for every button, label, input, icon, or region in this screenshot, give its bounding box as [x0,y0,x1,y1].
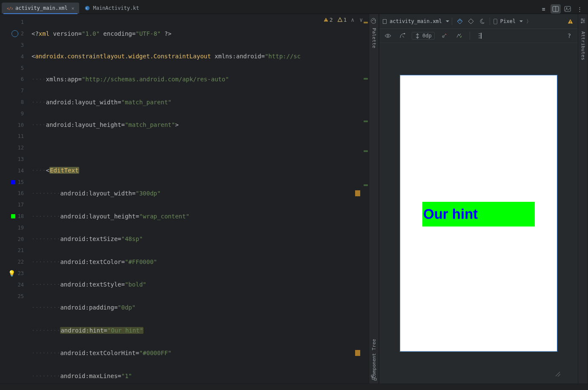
warning-marker-icon [355,190,360,196]
color-swatch-icon[interactable] [11,180,15,184]
line-number: 20 [18,236,24,242]
phone-icon [493,19,498,24]
preview-file-select[interactable]: activity_main.xml [382,18,449,24]
line-number: 22 [18,259,24,265]
ruler-mark[interactable] [364,22,368,23]
svg-point-6 [566,8,568,9]
ruler-mark[interactable] [364,120,368,122]
layout-target-icon[interactable] [11,30,18,37]
edittext-preview[interactable]: Our hint [422,202,535,227]
component-tree-label[interactable]: Component Tree [371,339,377,379]
line-number: 5 [21,65,24,71]
split-view-button[interactable] [551,4,561,14]
preview-toolbar-2: 0dp ? [379,29,578,43]
device-frame[interactable]: Our hint [400,75,557,352]
line-number: 11 [18,133,24,139]
margin-icon [415,33,420,39]
default-margin-button[interactable]: 0dp [412,32,435,40]
lightbulb-icon[interactable]: 💡 [8,270,15,276]
tab-main-activity-kt[interactable]: K MainActivity.kt [79,3,144,14]
svg-rect-14 [383,19,386,23]
guidelines-button[interactable] [476,31,486,40]
attributes-label: Attributes [580,31,586,60]
weak-warning-badge[interactable]: 1 [337,17,347,23]
svg-rect-15 [493,19,497,24]
line-number: 13 [18,156,24,162]
code-view-button[interactable]: ≡ [539,4,549,14]
svg-point-9 [372,20,373,21]
warning-marker-icon [355,350,360,356]
line-number: 16 [18,190,24,196]
svg-point-29 [583,20,585,22]
editor-tabs: </> activity_main.xml ✕ K MainActivity.k… [0,0,588,14]
line-number: 1 [21,19,24,25]
tab-label: MainActivity.kt [93,5,139,11]
svg-rect-13 [374,379,376,380]
chevron-right-icon[interactable]: 〉 [524,17,534,26]
svg-point-27 [582,19,583,20]
selected-tag: EditText [49,167,79,174]
ruler-mark[interactable] [364,150,368,152]
highlighted-attr: android:hint="Our hint" [60,327,143,334]
svg-point-10 [373,19,374,20]
line-number: 4 [21,54,24,60]
svg-rect-5 [565,6,571,11]
line-number: 17 [18,202,24,208]
view-options-button[interactable] [383,31,393,40]
clear-constraints-button[interactable] [439,31,449,40]
orientation-button[interactable] [466,17,476,26]
color-swatch-icon[interactable] [11,214,15,218]
svg-rect-7 [326,19,326,20]
design-view-button[interactable] [562,4,573,14]
color-swatch-icon[interactable] [11,134,15,138]
device-select[interactable]: Pixel [493,18,523,24]
line-gutter: 1 2 3 4 5 6 7 8 9 10 11 12 13 14 15 16 1… [0,14,30,384]
line-number: 18 [18,213,24,219]
weak-warning-icon [337,17,343,23]
attributes-tool-strip[interactable]: Attributes [578,14,588,384]
kotlin-file-icon: K [84,5,90,11]
horizontal-scrollbar[interactable] [0,384,588,390]
svg-rect-17 [570,23,570,23]
sliders-icon [579,17,586,24]
close-icon[interactable]: ✕ [70,6,75,11]
more-icon[interactable]: ⋮ [574,4,585,14]
night-mode-button[interactable] [477,17,487,26]
inspection-summary[interactable]: 2 1 ∧ ∨ [323,17,364,23]
line-number: 19 [18,225,24,231]
line-number: 25 [18,293,24,299]
layout-preview: activity_main.xml Pixel 〉 [379,14,578,384]
ruler-mark[interactable] [364,184,368,186]
code-editor[interactable]: 1 2 3 4 5 6 7 8 9 10 11 12 13 14 15 16 1… [0,14,369,384]
line-number: 7 [21,88,24,94]
ruler-mark[interactable] [364,78,368,80]
resize-handle-icon[interactable] [552,367,561,376]
overview-ruler[interactable] [363,14,369,384]
editor-view-switch: ≡ ⋮ [539,4,588,14]
infer-constraints-button[interactable] [453,31,464,40]
code-area[interactable]: <?xml version="1.0" encoding="UTF-8" ?> … [30,14,363,384]
autoconnect-button[interactable] [397,31,407,40]
svg-rect-22 [481,33,482,39]
palette-tool-strip[interactable]: Palette Component Tree [369,14,379,384]
svg-text:</>: </> [7,6,13,11]
warning-badge[interactable]: 2 [323,17,333,23]
design-canvas[interactable]: Our hint [379,43,578,384]
svg-point-31 [581,22,582,23]
svg-point-21 [442,36,444,37]
tab-activity-main-xml[interactable]: </> activity_main.xml ✕ [2,3,79,14]
prev-highlight-button[interactable]: ∧ [351,17,355,23]
render-warning-icon[interactable] [565,17,575,26]
line-number: 21 [18,247,24,253]
design-surface-button[interactable] [455,17,465,26]
xml-file-icon: </> [7,5,13,11]
line-number: 9 [21,111,24,117]
line-number: 8 [21,99,24,105]
svg-point-19 [404,33,405,34]
line-number: 15 [18,179,24,185]
line-number: 23 [18,270,24,276]
svg-rect-8 [326,21,326,21]
line-number: 3 [21,42,24,48]
preview-toolbar-1: activity_main.xml Pixel 〉 [379,14,578,29]
help-icon[interactable]: ? [564,31,574,40]
